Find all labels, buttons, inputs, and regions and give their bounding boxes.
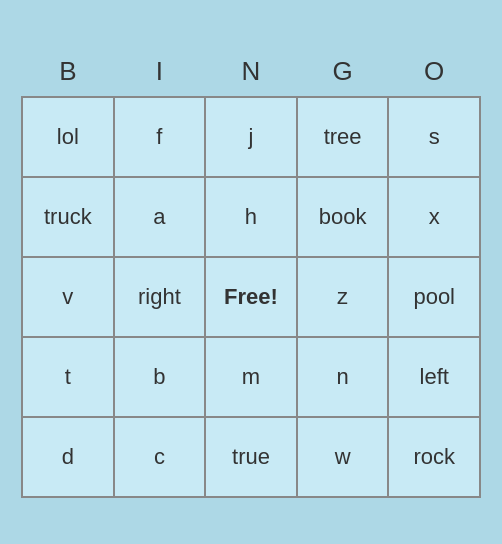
table-row: tbmnleft [22,337,480,417]
table-cell: rock [388,417,480,497]
table-cell: c [114,417,206,497]
table-cell: m [205,337,297,417]
table-cell: j [205,97,297,177]
table-cell: b [114,337,206,417]
table-cell: left [388,337,480,417]
table-cell: d [22,417,114,497]
table-cell: truck [22,177,114,257]
table-cell: lol [22,97,114,177]
bingo-card: B I N G O lolfjtreestruckahbookxvrightFr… [11,37,491,508]
table-cell: s [388,97,480,177]
header-row: B I N G O [22,47,480,97]
col-g-header: G [297,47,389,97]
col-b-header: B [22,47,114,97]
table-cell: x [388,177,480,257]
table-cell: f [114,97,206,177]
col-o-header: O [388,47,480,97]
table-cell: book [297,177,389,257]
table-row: truckahbookx [22,177,480,257]
table-row: dctruewrock [22,417,480,497]
col-i-header: I [114,47,206,97]
table-cell: v [22,257,114,337]
table-cell: t [22,337,114,417]
bingo-table: B I N G O lolfjtreestruckahbookxvrightFr… [21,47,481,498]
table-cell: n [297,337,389,417]
table-cell: right [114,257,206,337]
table-row: vrightFree!zpool [22,257,480,337]
table-cell: tree [297,97,389,177]
table-cell: w [297,417,389,497]
table-cell: pool [388,257,480,337]
table-cell: Free! [205,257,297,337]
table-row: lolfjtrees [22,97,480,177]
table-cell: true [205,417,297,497]
table-cell: z [297,257,389,337]
col-n-header: N [205,47,297,97]
table-cell: a [114,177,206,257]
table-cell: h [205,177,297,257]
